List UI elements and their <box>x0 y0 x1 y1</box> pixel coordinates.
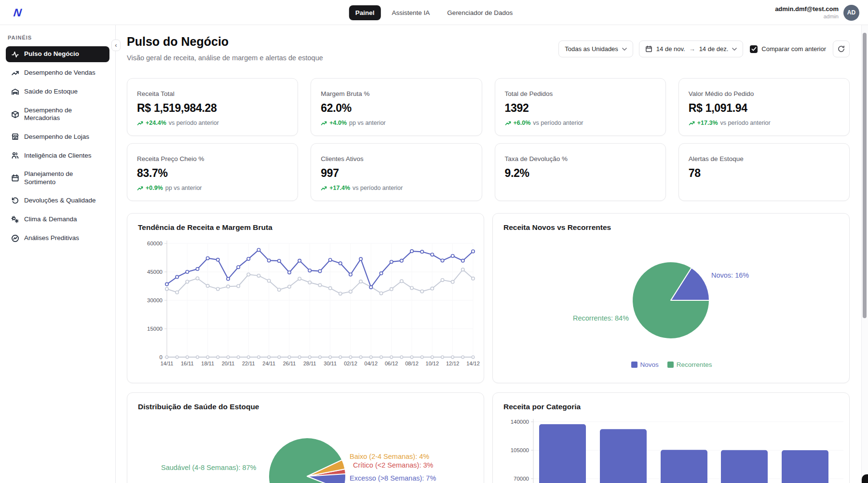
sidebar: PAINÉIS Pulso do NegócioDesempenho de Ve… <box>0 25 116 483</box>
svg-text:04/12: 04/12 <box>365 361 378 366</box>
kpi-label: Alertas de Estoque <box>689 155 840 162</box>
svg-text:06/12: 06/12 <box>385 361 398 366</box>
svg-text:24/11: 24/11 <box>262 361 275 366</box>
store-icon <box>11 133 19 141</box>
sidebar-item-label: Saúde do Estoque <box>24 88 78 95</box>
legend-item: Novos <box>631 361 659 368</box>
kpi-value: R$ 1,519,984.28 <box>137 102 288 115</box>
scrollbar-track[interactable] <box>861 25 868 483</box>
user-role: admin <box>775 13 839 20</box>
kpi-label: Clientes Ativos <box>321 155 472 162</box>
calendar-icon <box>645 45 652 53</box>
revenue-by-category-card: Receita por Categoria 14000010500070000 <box>492 392 850 483</box>
kpi-card: Taxa de Devolução %9.2% <box>495 143 666 201</box>
svg-text:30/11: 30/11 <box>324 361 337 366</box>
kpi-value: R$ 1,091.94 <box>689 102 840 115</box>
sidebar-item[interactable]: Análises Preditivas <box>6 230 109 246</box>
top-nav: PainelAssistente IAGerenciador de Dados <box>349 0 519 25</box>
kpi-delta-value: +17.4% <box>329 185 350 191</box>
kpi-delta-note: pp vs anterior <box>349 120 386 126</box>
check-icon <box>751 47 757 51</box>
page-subtitle: Visão geral de receita, análise de marge… <box>127 54 323 62</box>
date-range-start: 14 de nov. <box>656 45 685 53</box>
sidebar-item[interactable]: Desempenho de Lojas <box>6 129 109 145</box>
compare-checkbox[interactable] <box>750 45 758 53</box>
trending-up-icon <box>137 185 143 191</box>
rotate-ccw-icon <box>11 197 19 205</box>
filter-controls: Todas as Unidades 14 de nov. → 14 de dez… <box>558 40 850 57</box>
kpi-delta: +4.0%pp vs anterior <box>321 120 472 126</box>
package-icon <box>11 110 19 119</box>
revenue-margin-line-chart: 01500030000450006000014/1116/1118/1120/1… <box>127 214 484 383</box>
kpi-delta-note: vs período anterior <box>533 120 583 126</box>
new-vs-returning-pie-chart <box>493 214 850 383</box>
kpi-card: Receita Preço Cheio %83.7%+0.9%pp vs ant… <box>127 143 298 201</box>
sidebar-item[interactable]: Planejamento de Sortimento <box>6 166 109 189</box>
user-block: admin.dmf@test.com admin AD <box>775 0 859 25</box>
kpi-label: Taxa de Devolução % <box>505 155 656 162</box>
sidebar-item-label: Clima & Demanda <box>24 215 77 223</box>
users-icon <box>11 151 19 160</box>
floating-button-sliver[interactable] <box>862 474 868 483</box>
svg-text:26/11: 26/11 <box>283 361 296 366</box>
top-tab[interactable]: Painel <box>349 5 381 20</box>
legend-label: Novos <box>640 361 659 368</box>
unit-filter-select[interactable]: Todas as Unidades <box>558 40 633 57</box>
svg-text:70000: 70000 <box>514 476 529 482</box>
user-email: admin.dmf@test.com <box>775 5 839 13</box>
scrollbar-thumb[interactable] <box>863 33 867 318</box>
pie-slice-label: Recorrentes: 84% <box>573 314 629 322</box>
kpi-card: Clientes Ativos997+17.4%vs período anter… <box>311 143 482 201</box>
avatar[interactable]: AD <box>843 5 859 21</box>
top-tab[interactable]: Assistente IA <box>386 5 436 20</box>
kpi-grid: Receita TotalR$ 1,519,984.28+24.4%vs per… <box>127 78 850 201</box>
topbar: N PainelAssistente IAGerenciador de Dado… <box>0 0 868 25</box>
top-tab[interactable]: Gerenciador de Dados <box>441 5 519 20</box>
kpi-label: Total de Pedidos <box>505 90 656 97</box>
trending-up-icon <box>321 120 327 126</box>
trending-up-icon <box>505 120 511 126</box>
sidebar-collapse-button[interactable]: ‹ <box>111 40 121 51</box>
sidebar-item-label: Desempenho de Lojas <box>24 133 89 141</box>
sidebar-item[interactable]: Devoluções & Qualidade <box>6 193 109 209</box>
arrow-right-icon: → <box>689 45 695 53</box>
kpi-label: Valor Médio do Pedido <box>689 90 840 97</box>
sidebar-item[interactable]: Clima & Demanda <box>6 212 109 228</box>
app-frame: N PainelAssistente IAGerenciador de Dado… <box>0 0 868 483</box>
kpi-card: Alertas de Estoque78 <box>678 143 850 201</box>
kpi-value: 78 <box>689 167 840 180</box>
kpi-delta: +17.3%vs período anterior <box>689 120 840 126</box>
sidebar-item[interactable]: Desempenho de Mercadorias <box>6 103 109 126</box>
kpi-value: 62.0% <box>321 102 472 115</box>
sidebar-nav: Pulso do NegócioDesempenho de VendasSaúd… <box>6 46 109 246</box>
chevron-down-icon <box>732 48 737 51</box>
kpi-value: 83.7% <box>137 167 288 180</box>
date-range-end: 14 de dez. <box>699 45 729 53</box>
legend-item: Recorrentes <box>667 361 712 368</box>
page-title: Pulso do Negócio <box>127 35 229 49</box>
date-range-picker[interactable]: 14 de nov. → 14 de dez. <box>639 40 743 57</box>
svg-text:105000: 105000 <box>511 447 529 453</box>
refresh-button[interactable] <box>833 40 850 57</box>
sidebar-item[interactable]: Pulso do Negócio <box>6 46 109 62</box>
svg-text:22/11: 22/11 <box>242 361 255 366</box>
pie-legend: NovosRecorrentes <box>493 361 850 368</box>
sidebar-item[interactable]: Inteligência de Clientes <box>6 148 109 163</box>
svg-text:16/11: 16/11 <box>181 361 194 366</box>
app-logo: N <box>13 6 22 19</box>
kpi-delta-value: +17.3% <box>697 120 718 126</box>
kpi-delta-value: +6.0% <box>514 120 531 126</box>
sidebar-item-label: Desempenho de Mercadorias <box>24 107 104 122</box>
trending-up-icon <box>11 69 19 77</box>
svg-text:14/11: 14/11 <box>161 361 174 366</box>
kpi-card: Receita TotalR$ 1,519,984.28+24.4%vs per… <box>127 78 298 136</box>
chart-title: Receita por Categoria <box>503 402 581 411</box>
svg-text:20/11: 20/11 <box>222 361 235 366</box>
sidebar-item[interactable]: Saúde do Estoque <box>6 84 109 100</box>
compare-toggle[interactable]: Comparar com anterior <box>749 40 827 57</box>
kpi-value: 1392 <box>505 102 656 115</box>
sidebar-item-label: Planejamento de Sortimento <box>24 170 104 186</box>
pie-slice-label: Crítico (<2 Semanas): 3% <box>353 461 433 469</box>
sidebar-item[interactable]: Desempenho de Vendas <box>6 65 109 81</box>
chart-title: Distribuição de Saúde do Estoque <box>138 402 259 411</box>
